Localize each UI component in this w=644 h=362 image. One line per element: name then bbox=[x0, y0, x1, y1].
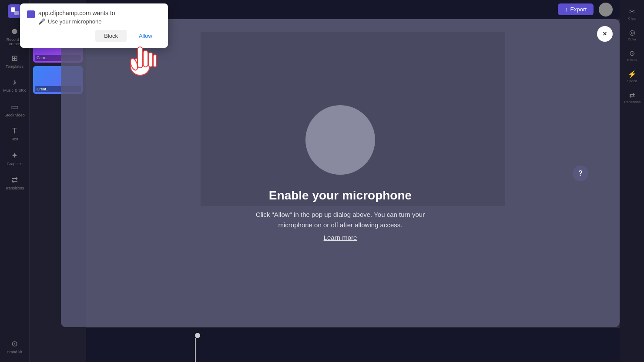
popup-site-title: app.clipchamp.com wants to bbox=[38, 10, 115, 17]
microphone-circle-illustration bbox=[305, 105, 375, 175]
close-icon: × bbox=[603, 30, 607, 38]
help-icon: ? bbox=[578, 169, 583, 177]
modal-description: Click "Allow" in the pop up dialog above… bbox=[240, 209, 440, 230]
popup-header: app.clipchamp.com wants to 🎤 Use your mi… bbox=[27, 10, 161, 25]
popup-mic-row: 🎤 Use your microphone bbox=[38, 18, 115, 25]
popup-actions: Block Allow bbox=[27, 30, 161, 42]
modal-close-button[interactable]: × bbox=[597, 26, 613, 42]
popup-favicon bbox=[27, 10, 35, 18]
browser-permission-popup: app.clipchamp.com wants to 🎤 Use your mi… bbox=[20, 3, 168, 48]
help-button[interactable]: ? bbox=[573, 166, 588, 181]
popup-microphone-icon: 🎤 bbox=[38, 18, 45, 25]
allow-button[interactable]: Allow bbox=[130, 30, 161, 42]
popup-permission-text: Use your microphone bbox=[48, 18, 102, 25]
learn-more-link[interactable]: Learn more bbox=[324, 234, 357, 241]
overlay: × Enable your microphone Click "Allow" i… bbox=[0, 0, 644, 362]
modal-title: Enable your microphone bbox=[269, 189, 412, 203]
microphone-modal: × Enable your microphone Click "Allow" i… bbox=[61, 19, 620, 327]
block-button[interactable]: Block bbox=[95, 30, 127, 42]
